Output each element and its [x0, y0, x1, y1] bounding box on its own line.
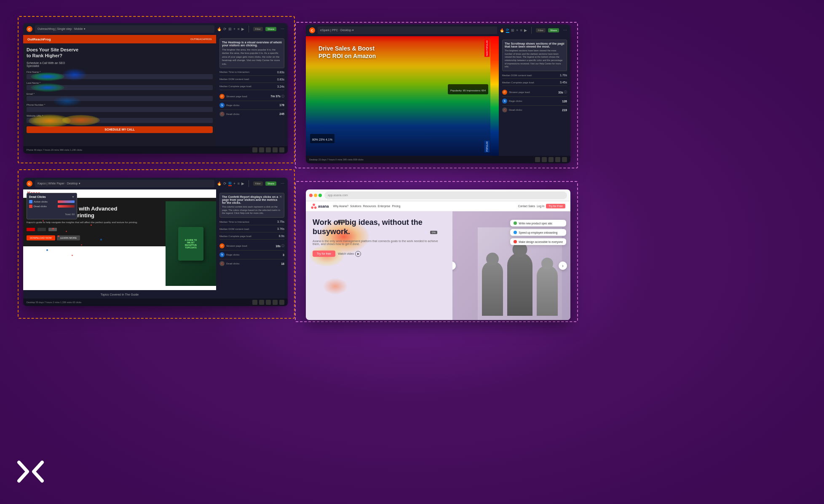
status-bar-tl: Phone 46 days 7 hours 20 mins 966 visits…	[27, 149, 82, 151]
metric-val-2-tl: 3.24s	[277, 85, 284, 88]
metric-val-1-tr: 3.45s	[560, 81, 567, 84]
confetti-legend-title: Dead Clicks	[29, 195, 46, 198]
asana-headline: Work on big ideas, without the busywork.	[313, 218, 446, 236]
share-btn-tr[interactable]: Share	[548, 28, 559, 32]
cta-1: Contact Sales	[518, 205, 535, 208]
metric-label-0-bl: Median Time to Interactive:	[219, 221, 277, 223]
svg-point-1	[311, 206, 314, 209]
tooltip-title-bl: The Confetti Report displays clicks on a…	[222, 195, 282, 204]
dead-label-bl: Dead clicks:	[226, 262, 281, 265]
slowest-val-bl: 16s	[276, 245, 281, 248]
card-top-right: C eSpark | PPC · Desktop ▾ 🔥 ⟳ ⊞ + ≡ ▶ F…	[306, 24, 570, 163]
feature-2: Speed up employee onboarding	[519, 231, 557, 234]
svg-point-0	[313, 203, 315, 206]
rage-label-bl: Rage clicks:	[226, 253, 283, 256]
status-bar-bl: Desktop 55 days 7 hours 2 mins 1,338 vis…	[27, 301, 81, 304]
feature-3: Make design accessible to everyone	[519, 240, 563, 243]
nav-item-3: Resources	[363, 205, 376, 208]
metric-label-1-bl: Median DOM content load:	[219, 228, 277, 230]
metric-val-1-tl: 0.83s	[277, 78, 284, 81]
metric-val-0-bl: 3.75s	[277, 220, 284, 223]
metric-val-1-bl: 3.76s	[277, 227, 284, 230]
card-bottom-right: app.asana.com asana Why Asana? Soluti	[306, 189, 570, 320]
metric-label-0-tr: Median DOM content load:	[502, 74, 560, 77]
dead-val-tl: 245	[279, 112, 284, 115]
dead-val-bl: 18	[281, 262, 284, 265]
carousel-next[interactable]: ›	[559, 261, 567, 270]
share-btn-tl[interactable]: Share	[265, 27, 276, 31]
rage-val-tl: 178	[279, 104, 284, 107]
card-bottom-left: C Kapco | White Paper · Desktop ▾ 🔥 ⟳ ⊞ …	[23, 178, 288, 306]
dead-label-tl: Dead clicks:	[226, 113, 279, 115]
rage-label-tr: Rage clicks:	[509, 100, 562, 102]
dead-val-tr: 219	[562, 109, 567, 112]
tab-label-bl: Kapco | White Paper · Desktop ▾	[37, 182, 80, 185]
cta-2: Log In	[537, 205, 544, 208]
filter-btn-bl[interactable]: Filter	[253, 181, 263, 186]
metric-val-0-tl: 0.83s	[277, 71, 284, 74]
slowest-label-tl: Slowest page load:	[226, 95, 270, 98]
slowest-label-bl: Slowest page load:	[226, 245, 276, 247]
tooltip-title-tl: The Heatmap is a visual overview of wher…	[222, 41, 282, 47]
metric-label-1-tr: Median Complete page load:	[502, 81, 560, 84]
tooltip-title-tr: The Scrollmap shows sections of the page…	[505, 42, 564, 48]
nav-item-4: Enterprise	[378, 205, 391, 208]
tooltip-body-tr: The brightest sections have been viewed …	[505, 49, 564, 69]
filter-btn-tr[interactable]: Filter	[536, 28, 546, 32]
feature-1: Write new product spec abc	[519, 222, 552, 225]
rage-label-tl: Rage clicks:	[226, 104, 279, 107]
metric-val-0-tr: 1.70s	[560, 74, 567, 77]
share-btn-bl[interactable]: Share	[265, 181, 276, 186]
tooltip-body-bl: The colorful confetti dots each represen…	[222, 205, 282, 215]
cta-3: Try for Free	[548, 205, 563, 208]
metric-label-2-bl: Median Complete page load:	[219, 235, 279, 237]
confetti-total: Total: 60	[65, 213, 75, 216]
filter-btn-tl[interactable]: Filter	[253, 27, 263, 31]
metric-label-2-tl: Median Complete page load:	[219, 85, 277, 88]
nav-item-5: Pricing	[392, 205, 400, 208]
tab-label-tl: Outreachfrog | Single step · Mobile ▾	[37, 27, 86, 31]
slowest-label-tr: Slowest page load:	[509, 91, 558, 93]
rage-val-tr: 126	[562, 100, 567, 103]
status-bar-tr: Desktop 22 days 7 hours 0 mins 395 visit…	[309, 158, 364, 161]
svg-point-2	[314, 206, 317, 209]
mouseflow-logo	[17, 458, 44, 487]
metric-label-0-tl: Median Time to Interaction:	[219, 71, 277, 73]
nav-item-2: Solutions	[350, 205, 361, 208]
card-top-left: C Outreachfrog | Single step · Mobile ▾ …	[23, 23, 288, 154]
tab-label-tr: eSpark | PPC · Desktop ▾	[320, 29, 354, 32]
dead-label-tr: Dead clicks:	[509, 109, 562, 111]
nav-item-1: Why Asana?	[333, 205, 349, 208]
tooltip-body-tl: The brighter the area, the more popular …	[222, 48, 282, 66]
rage-val-bl: 3	[283, 253, 284, 256]
metric-val-2-bl: 8.9s	[279, 235, 284, 237]
footer-text-bl: Topics Covered In The Guide	[101, 293, 139, 296]
slowest-val-tr: 33s	[558, 91, 563, 94]
metric-label-1-tl: Median DOM content load:	[219, 78, 277, 80]
slowest-val-tl: 7m 37s	[270, 95, 281, 98]
